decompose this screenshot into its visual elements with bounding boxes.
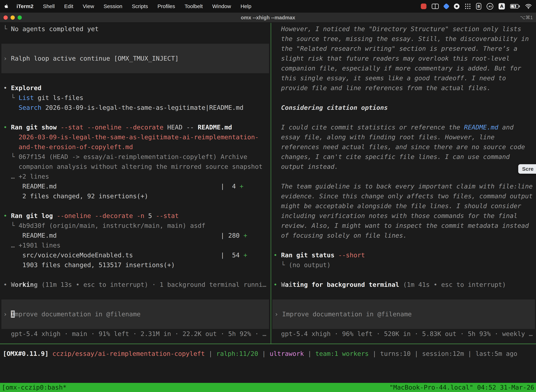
text-segment: ralph:11/20 — [216, 350, 258, 357]
window-title: omx --xhigh --madmax — [0, 15, 536, 21]
wifi-icon[interactable] — [525, 4, 532, 9]
menu-bar: iTerm2ShellEditViewSessionScriptsProfile… — [0, 0, 536, 13]
text-segment: --oneline --decorate -n — [53, 212, 148, 219]
text-segment: --stat --oneline --decorate — [57, 124, 163, 131]
apple-menu-icon[interactable] — [4, 4, 9, 9]
left-terminal-pane[interactable]: └ No agents completed yet› Ralph loop ac… — [0, 23, 270, 344]
text-segment: • — [3, 84, 11, 92]
model-status-line: gpt-5.4 xhigh · main · 91% left · 2.31M … — [0, 329, 270, 339]
terminal-blank-line — [271, 270, 536, 280]
text-segment: git show — [26, 124, 57, 131]
text-segment: gpt-5.4 xhigh · 96% left · 520K in · 5.8… — [273, 330, 533, 337]
menu-item-toolbelt[interactable]: Toolbelt — [185, 3, 203, 9]
text-segment: changes, I can't cite specific file line… — [273, 153, 510, 160]
window-shortcut-hint: ⌥⌘1 — [520, 15, 533, 20]
text-segment: • — [273, 281, 281, 288]
close-button[interactable] — [4, 15, 8, 20]
text-segment: 1903 files changed, 513517 insertions(+) — [3, 261, 175, 269]
prompt-input-box[interactable]: › Improve documentation in @filename — [1, 299, 269, 329]
reasoning-paragraph: provide file and line references from th… — [271, 83, 536, 93]
reasoning-paragraph: references need actual files, and since … — [271, 142, 536, 152]
gauge-icon[interactable]: .61 — [487, 3, 493, 10]
reasoning-paragraph: changes, I can't cite specific file line… — [271, 152, 536, 162]
menu-item-session[interactable]: Session — [104, 3, 122, 9]
text-segment: Ran — [11, 124, 22, 131]
text-segment: --short — [335, 252, 365, 259]
launcher-label: 8 — [477, 4, 480, 9]
gauge-value: .61 — [488, 5, 492, 8]
text-segment: … +1901 lines — [3, 242, 61, 249]
text-segment: Working — [11, 281, 38, 288]
ran-git-status-command: • Ran git status --short — [271, 250, 536, 260]
text-segment: › Improve documentation in @filename — [274, 311, 412, 318]
text-segment: 2 files changed, 92 insertions(+) — [3, 192, 148, 200]
commit-line: └ 4b9d30f (origin/main, instructkr/main,… — [0, 221, 270, 231]
text-segment: | — [258, 350, 270, 357]
explored-header: • Explored — [0, 83, 270, 93]
prompt-input[interactable]: › Improve documentation in @filename — [273, 309, 535, 319]
terminal-blank-line — [0, 112, 270, 122]
minimize-button[interactable] — [10, 15, 15, 20]
reasoning-paragraph: review. Also, I might want to inspect th… — [271, 221, 536, 231]
text-segment: (1m 41s • esc to interrupt) — [399, 281, 506, 288]
text-segment: • — [3, 212, 11, 219]
text-segment: the source tree, missing the essay. Stil… — [273, 35, 529, 42]
text-segment: Considering citation options — [273, 104, 388, 111]
text-segment: I could cite commit statistics or refere… — [273, 124, 464, 131]
input-source-icon[interactable]: A — [498, 3, 505, 9]
omx-status-line: [OMX#0.11.9] cczip/essay/ai-reimplementa… — [0, 349, 536, 359]
zoom-button[interactable] — [18, 15, 22, 20]
menu-item-scripts[interactable]: Scripts — [132, 3, 148, 9]
text-segment: └ — [3, 25, 11, 33]
text-segment: git ls-files — [34, 94, 83, 101]
diffstat-summary: 2 files changed, 92 insertions(+) — [0, 191, 270, 201]
screen-recording-icon[interactable] — [421, 4, 426, 9]
battery-charging-icon[interactable]: ϟ — [510, 4, 520, 9]
menu-item-profiles[interactable]: Profiles — [157, 3, 175, 9]
menu-item-view[interactable]: View — [83, 3, 94, 9]
menu-item-edit[interactable]: Edit — [64, 3, 73, 9]
menu-status-icons: 8 .61 A ϟ — [421, 3, 532, 10]
commit-line: └ 067f154 (HEAD -> essay/ai-reimplementa… — [0, 152, 270, 162]
text-segment: + — [240, 183, 244, 190]
text-segment: 5 — [148, 212, 152, 219]
screenshot-preview-popup[interactable]: Scre — [518, 164, 536, 174]
text-segment: cczip/essay/ai-reimplementation-copyleft — [53, 350, 205, 357]
reasoning-paragraph: might be acceptable alongside the file l… — [271, 201, 536, 211]
text-segment: git log — [26, 212, 53, 219]
text-segment: + — [243, 232, 247, 239]
app-badge-icon[interactable] — [454, 4, 459, 9]
text-segment: might be acceptable alongside the file l… — [273, 202, 521, 210]
reasoning-paragraph: The team guideline is to back every impo… — [271, 182, 536, 191]
window-tiling-icon[interactable] — [432, 4, 439, 9]
app-menus: iTerm2ShellEditViewSessionScriptsProfile… — [17, 3, 251, 9]
terminal-blank-line — [271, 240, 536, 250]
text-segment: Ran — [11, 212, 22, 219]
text-segment: this single essay, it seems like a good … — [273, 75, 506, 82]
grid-menu-icon[interactable] — [465, 3, 471, 9]
window-title-bar[interactable]: omx --xhigh --madmax ⌥⌘1 — [0, 13, 536, 23]
omx-status-bar: [OMX#0.11.9] cczip/essay/ai-reimplementa… — [0, 349, 536, 359]
menu-item-help[interactable]: Help — [241, 3, 251, 9]
reasoning-paragraph: companion file, especially if more comme… — [271, 63, 536, 73]
text-segment: companion analysis without altering the … — [3, 163, 263, 170]
raycast-icon[interactable] — [443, 3, 450, 10]
reasoning-paragraph: essay file, along with finding root file… — [271, 132, 536, 142]
reasoning-paragraph: this single essay, it seems like a good … — [271, 73, 536, 83]
prompt-input-box[interactable]: › Improve documentation in @filename — [273, 299, 535, 329]
menu-item-iterm2[interactable]: iTerm2 — [17, 3, 34, 9]
launcher-icon[interactable]: 8 — [476, 3, 481, 10]
elided-lines: … +1901 lines — [0, 240, 270, 250]
terminal-blank-line — [0, 34, 270, 44]
text-segment: 2026-03-09-is-legal-the-same-as-legitima… — [42, 104, 244, 111]
menu-item-shell[interactable]: Shell — [43, 3, 55, 9]
menu-item-window[interactable]: Window — [212, 3, 231, 9]
text-segment: README.md | 4 — [3, 183, 240, 190]
working-status: • Working (11m 13s • esc to interrupt) ·… — [0, 280, 270, 289]
agents-status-line: └ No agents completed yet — [0, 24, 270, 34]
command-output: └ (no output) — [271, 260, 536, 270]
right-terminal-pane[interactable]: However, I noticed the "Directory Struct… — [271, 23, 536, 344]
battery-body: ϟ — [510, 4, 519, 9]
prompt-input[interactable]: › Improve documentation in @filename — [1, 309, 269, 319]
waiting-status: • Waiting for background terminal (1m 41… — [271, 280, 536, 289]
